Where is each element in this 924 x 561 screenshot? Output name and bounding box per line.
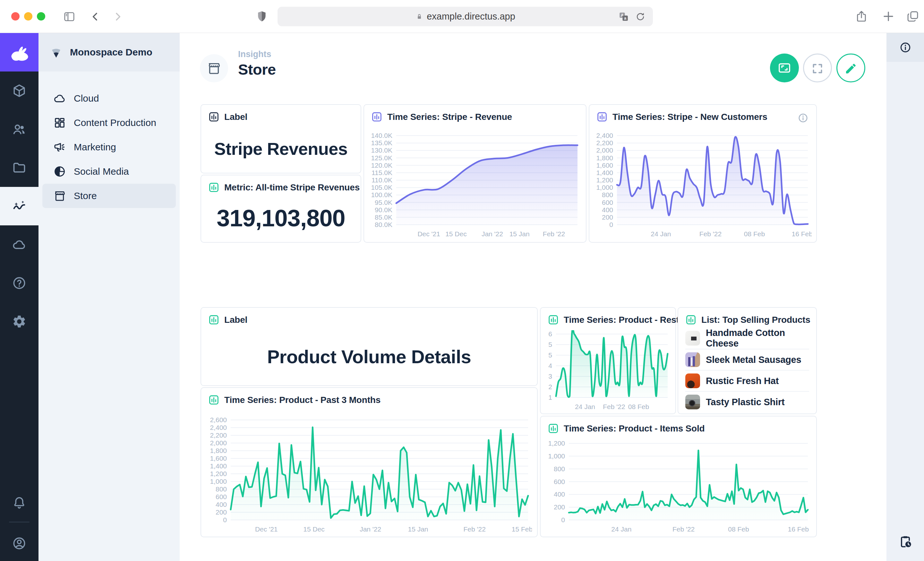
svg-text:08 Feb: 08 Feb xyxy=(744,230,765,238)
close-window-button[interactable] xyxy=(11,12,20,21)
forward-icon[interactable] xyxy=(112,10,124,23)
svg-text:80.0K: 80.0K xyxy=(375,221,392,228)
panel-metric-stripe-revenues[interactable]: Metric: All-time Stripe Revenues 319,103… xyxy=(201,175,361,243)
module-help[interactable] xyxy=(0,264,39,302)
sidebar-info-section[interactable] xyxy=(886,33,924,62)
svg-text:4: 4 xyxy=(548,362,552,369)
back-icon[interactable] xyxy=(89,10,101,23)
navigation-sidebar: Monospace Demo Cloud Content Production … xyxy=(39,33,180,561)
fullscreen-button[interactable] xyxy=(803,54,832,82)
address-bar[interactable]: example.directus.app Aa xyxy=(278,7,653,26)
tab-overview-icon[interactable] xyxy=(906,10,920,23)
sidebar-item-social-media[interactable]: Social Media xyxy=(42,159,176,184)
chart-panel-icon xyxy=(208,314,219,325)
svg-text:Dec '21: Dec '21 xyxy=(417,230,440,238)
cloud-icon xyxy=(53,92,66,105)
sidebar-item-content-production[interactable]: Content Production xyxy=(42,111,176,135)
svg-text:200: 200 xyxy=(554,503,565,511)
breadcrumb[interactable]: Insights xyxy=(238,49,272,59)
share-icon[interactable] xyxy=(855,10,868,23)
svg-text:90.0K: 90.0K xyxy=(375,206,392,214)
new-tab-icon[interactable] xyxy=(882,10,895,23)
svg-text:15 Dec: 15 Dec xyxy=(446,230,467,238)
fit-screen-icon xyxy=(777,61,792,75)
directus-logo[interactable] xyxy=(0,33,39,72)
panel-label-product-volume[interactable]: Label Product Volume Details xyxy=(201,307,538,386)
svg-text:2,000: 2,000 xyxy=(596,147,613,154)
module-insights[interactable] xyxy=(0,187,39,225)
module-users[interactable] xyxy=(0,110,39,148)
sidebar-item-label: Store xyxy=(74,190,97,201)
fullscreen-icon xyxy=(811,61,824,74)
svg-text:1: 1 xyxy=(548,393,552,401)
list-item[interactable]: Handmade Cotton Cheese xyxy=(685,328,809,349)
svg-text:1,000: 1,000 xyxy=(596,184,613,191)
metric-value: 319,103,800 xyxy=(201,196,361,239)
zoom-window-button[interactable] xyxy=(37,12,45,21)
user-menu-button[interactable] xyxy=(0,526,39,561)
panel-time-series-restocks[interactable]: Time Series: Product - Restocks 65543212… xyxy=(540,307,676,414)
svg-text:1,000: 1,000 xyxy=(548,452,565,460)
notifications-button[interactable] xyxy=(0,486,39,518)
panel-time-series-stripe-revenue[interactable]: Time Series: Stripe - Revenue 140.0K135.… xyxy=(363,104,586,243)
svg-text:Jan '22: Jan '22 xyxy=(482,230,503,238)
activity-button[interactable] xyxy=(886,522,924,561)
panel-header: Label xyxy=(224,315,248,325)
list-item[interactable]: Tasty Plastic Shirt xyxy=(685,391,809,412)
panel-header: List: Top Selling Products xyxy=(701,315,810,325)
user-avatar-icon xyxy=(12,536,27,551)
panel-header: Time Series: Stripe - Revenue xyxy=(387,112,512,122)
panel-label-stripe-revenues[interactable]: Label Stripe Revenues xyxy=(201,104,361,174)
sidebar-item-label: Content Production xyxy=(74,117,156,128)
info-icon xyxy=(899,41,912,54)
svg-text:1,200: 1,200 xyxy=(548,440,565,447)
svg-text:100.0K: 100.0K xyxy=(371,191,392,199)
edit-panels-button[interactable] xyxy=(836,54,865,82)
panel-header: Time Series: Product - Past 3 Months xyxy=(224,395,381,405)
sidebar-item-label: Social Media xyxy=(74,166,129,177)
sidebar-item-store[interactable]: Store xyxy=(42,184,176,208)
clipboard-clock-icon xyxy=(898,534,913,549)
folder-icon xyxy=(12,160,27,175)
module-content[interactable] xyxy=(0,72,39,110)
module-settings[interactable] xyxy=(0,302,39,341)
info-icon[interactable] xyxy=(798,112,808,123)
svg-text:a: a xyxy=(624,16,627,21)
dashboard-avatar xyxy=(200,54,228,82)
panel-header: Metric: All-time Stripe Revenues xyxy=(224,183,360,193)
svg-text:85.0K: 85.0K xyxy=(375,214,392,221)
svg-text:600: 600 xyxy=(602,199,613,206)
svg-text:1,200: 1,200 xyxy=(210,470,227,477)
sidebar-item-label: Cloud xyxy=(74,93,99,104)
panel-time-series-past-3-months[interactable]: Time Series: Product - Past 3 Months 2,6… xyxy=(201,387,538,537)
list-item[interactable]: Sleek Metal Sausages xyxy=(685,349,809,370)
panel-list-top-selling-products[interactable]: List: Top Selling Products Handmade Cott… xyxy=(678,307,817,414)
panel-time-series-items-sold[interactable]: Time Series: Product - Items Sold 1,2001… xyxy=(540,416,817,537)
users-icon xyxy=(12,122,27,136)
module-files[interactable] xyxy=(0,148,39,187)
module-bar-divider xyxy=(9,522,30,522)
sidebar-item-cloud[interactable]: Cloud xyxy=(42,86,176,111)
page-title: Store xyxy=(238,61,276,78)
dashboard-grid-icon xyxy=(53,117,66,129)
svg-text:Jan '22: Jan '22 xyxy=(360,525,381,533)
browser-chrome: example.directus.app Aa xyxy=(0,0,924,33)
panel-time-series-new-customers[interactable]: Time Series: Stripe - New Customers 2,40… xyxy=(589,104,817,243)
reload-icon[interactable] xyxy=(635,11,646,22)
project-switcher[interactable]: Monospace Demo xyxy=(39,33,180,72)
sidebar-toggle-icon[interactable] xyxy=(63,10,76,23)
storefront-icon xyxy=(207,61,221,76)
restocks-chart: 655432124 JanFeb '2208 Feb xyxy=(543,330,672,411)
translate-icon[interactable]: Aa xyxy=(618,11,629,22)
sidebar-item-marketing[interactable]: Marketing xyxy=(42,135,176,159)
fit-to-screen-button[interactable] xyxy=(770,54,799,82)
svg-text:16 Feb: 16 Feb xyxy=(788,525,809,533)
help-icon xyxy=(12,276,27,290)
minimize-window-button[interactable] xyxy=(24,12,32,21)
module-cloud[interactable] xyxy=(0,225,39,264)
list-item[interactable]: Rustic Fresh Hat xyxy=(685,370,809,391)
insights-icon xyxy=(12,199,27,214)
project-status-icon xyxy=(50,45,63,59)
privacy-shield-icon[interactable] xyxy=(255,10,268,23)
cloud-icon xyxy=(12,237,27,252)
